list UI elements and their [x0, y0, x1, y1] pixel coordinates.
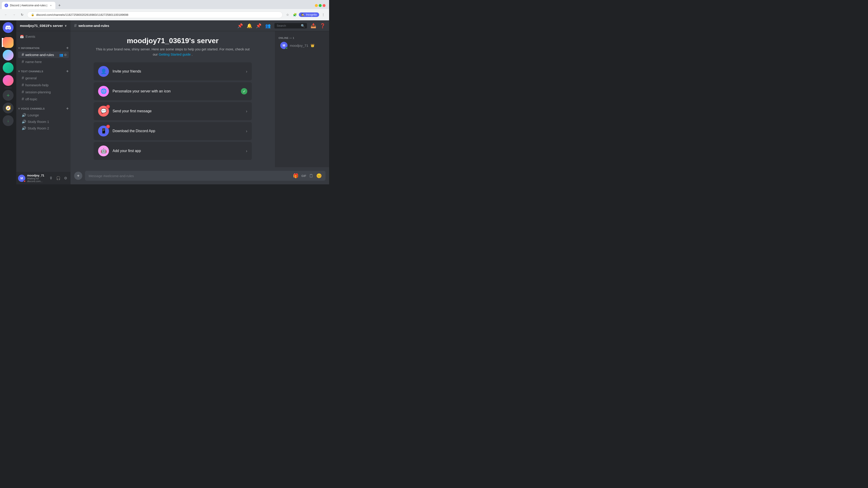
deafen-button[interactable]: 🎧: [55, 175, 61, 182]
task-personalize[interactable]: 🌐 Personalize your server with an icon ✓: [94, 82, 252, 100]
add-app-task-arrow: ›: [246, 149, 247, 153]
mute-button[interactable]: 🎙: [48, 175, 54, 182]
server-4-icon[interactable]: [3, 75, 13, 86]
inbox-button[interactable]: 📥: [311, 23, 316, 29]
user-name: moodjoy_71: [27, 174, 46, 177]
voice-channel-study-room-2[interactable]: 🔊 Study Room 2: [18, 125, 69, 131]
gift-button[interactable]: 🎁: [293, 173, 299, 178]
personalize-task-icon: 🌐: [98, 86, 109, 97]
secure-icon: 🔒: [31, 13, 34, 16]
gif-button[interactable]: GIF: [301, 174, 306, 177]
header-actions: 📌 🔔 📌 👥 Search 🔍 📥 ❓: [237, 23, 326, 29]
voice-channel-name-study2: Study Room 2: [28, 126, 49, 130]
text-channels-category[interactable]: ∨ TEXT CHANNELS +: [16, 65, 70, 74]
channel-sidebar: moodjoy71_03619's server ∨ 📅 Events ∨ IN…: [16, 20, 70, 184]
more-menu-button[interactable]: ⋮: [320, 11, 327, 18]
main-content: # welcome-and-rules 📌 🔔 📌 👥 Search 🔍 📥 ❓…: [70, 20, 329, 184]
invite-task-arrow: ›: [246, 69, 247, 74]
member-online-dot: [285, 47, 288, 49]
add-information-channel-button[interactable]: +: [66, 46, 69, 51]
download-task-arrow: ›: [246, 129, 247, 133]
channel-name-homework: homework-help: [25, 83, 67, 87]
url-bar[interactable]: 🔒 discord.com/channels/11827258002026169…: [27, 11, 283, 18]
voice-channels-category[interactable]: ∨ VOICE CHANNELS +: [16, 103, 70, 112]
notifications-button[interactable]: 🔔: [247, 23, 252, 29]
extension-button[interactable]: 🧩: [291, 11, 298, 18]
channel-off-topic[interactable]: # off-topic: [18, 96, 69, 102]
channel-welcome-and-rules[interactable]: # welcome-and-rules 👥 ⚙: [18, 52, 69, 58]
message-input-actions: 🎁 GIF 🗒 😊: [293, 173, 322, 178]
add-text-channel-button[interactable]: +: [66, 69, 69, 74]
voice-icon-1: 🔊: [22, 113, 26, 117]
server-list-divider-2: [4, 88, 12, 88]
explore-button[interactable]: 🧭: [3, 103, 13, 113]
events-label: Events: [26, 35, 35, 38]
channel-name-here[interactable]: # name-here: [18, 59, 69, 65]
task-invite-friends[interactable]: 👤 Invite your friends ›: [94, 62, 252, 80]
channel-session-planning[interactable]: # session-planning: [18, 89, 69, 95]
sticker-button[interactable]: 🗒: [309, 173, 313, 178]
download-app-button[interactable]: ↓: [3, 115, 13, 126]
member-crown-icon: 👑: [311, 43, 314, 47]
channel-homework-help[interactable]: # homework-help: [18, 82, 69, 88]
task-send-message[interactable]: 💬 ! Send your first message ›: [94, 102, 252, 120]
channel-name-label: welcome-and-rules: [25, 53, 58, 57]
minimize-button[interactable]: [315, 4, 318, 7]
tab-favicon: D: [4, 4, 8, 7]
discord-app: + 🧭 ↓ moodjoy71_03619's server ∨ 📅 Event…: [0, 20, 329, 184]
server-welcome-title: moodjoy71_03619's server: [94, 37, 252, 45]
server-3-icon[interactable]: [3, 62, 13, 73]
tab-close-button[interactable]: ×: [49, 4, 53, 7]
message-task-label: Send your first message: [113, 109, 242, 113]
user-settings-button[interactable]: ⚙: [62, 175, 69, 182]
server-1-icon[interactable]: [3, 37, 13, 48]
threads-button[interactable]: 📌: [237, 23, 243, 29]
maximize-button[interactable]: [319, 4, 322, 7]
search-box[interactable]: Search 🔍: [274, 23, 307, 29]
forward-button[interactable]: →: [11, 11, 17, 18]
help-button[interactable]: ❓: [320, 23, 326, 29]
pinned-button[interactable]: 📌: [256, 23, 261, 29]
add-voice-channel-button[interactable]: +: [66, 106, 69, 111]
voice-channel-name-lounge: Lounge: [28, 113, 39, 117]
channel-name-session: session-planning: [25, 90, 67, 94]
members-list-button[interactable]: 👥: [265, 23, 271, 29]
member-avatar: M: [280, 42, 287, 49]
url-text: discord.com/channels/1182725800202616983…: [36, 13, 279, 17]
active-tab[interactable]: D Discord | #welcome-and-rules | ×: [2, 2, 55, 9]
task-download-app[interactable]: 📱 ! Download the Discord App ›: [94, 122, 252, 140]
download-icon-symbol: 📱: [101, 128, 107, 134]
discord-home-button[interactable]: [3, 22, 13, 33]
voice-icon-2: 🔊: [22, 120, 26, 124]
back-button[interactable]: ←: [3, 11, 9, 18]
server-3-wrapper: [3, 62, 13, 73]
channel-settings-icon[interactable]: ⚙: [64, 53, 67, 57]
server-2-icon[interactable]: [3, 50, 13, 61]
bookmark-button[interactable]: ☆: [284, 11, 291, 18]
close-button[interactable]: [322, 4, 326, 7]
channel-header: # welcome-and-rules 📌 🔔 📌 👥 Search 🔍 📥 ❓: [70, 20, 329, 31]
voice-category-left: ∨ VOICE CHANNELS: [18, 107, 45, 110]
text-category-left: ∨ TEXT CHANNELS: [18, 70, 43, 73]
personalize-task-check: ✓: [241, 88, 247, 94]
channel-general[interactable]: # general: [18, 75, 69, 81]
refresh-button[interactable]: ↻: [19, 11, 25, 18]
events-icon: 📅: [20, 35, 24, 38]
new-tab-button[interactable]: +: [56, 2, 63, 8]
message-input-box[interactable]: Message #welcome-and-rules 🎁 GIF 🗒 😊: [85, 171, 326, 181]
server-dropdown-icon: ∨: [65, 24, 67, 27]
information-category[interactable]: ∨ INFORMATION +: [16, 42, 70, 51]
emoji-button[interactable]: 😊: [316, 173, 322, 178]
getting-started-link[interactable]: Getting Started guide: [159, 53, 191, 56]
voice-channel-lounge[interactable]: 🔊 Lounge: [18, 112, 69, 118]
events-item[interactable]: 📅 Events: [16, 33, 70, 40]
channel-members-icon[interactable]: 👥: [59, 53, 63, 57]
message-attachment-button[interactable]: +: [74, 172, 82, 180]
task-add-app[interactable]: 🤖 Add your first app ›: [94, 142, 252, 160]
add-server-button[interactable]: +: [3, 90, 13, 101]
server-header[interactable]: moodjoy71_03619's server ∨: [16, 20, 70, 31]
channel-action-icons: 👥 ⚙: [59, 53, 67, 57]
server-welcome-description: This is your brand new, shiny server. He…: [94, 47, 252, 57]
member-moodjoy71[interactable]: M moodjoy_71 👑: [277, 40, 327, 51]
voice-channel-study-room-1[interactable]: 🔊 Study Room 1: [18, 119, 69, 125]
